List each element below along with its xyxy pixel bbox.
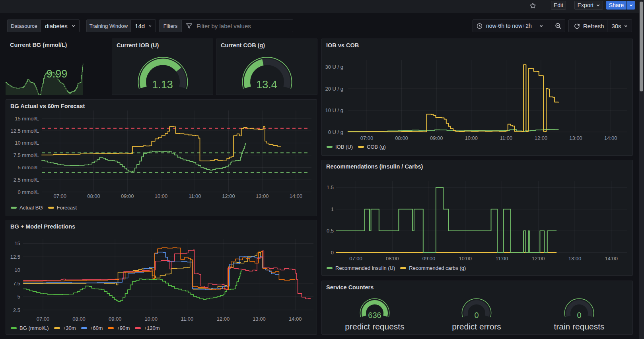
svg-text:0 mmol/L: 0 mmol/L [18, 189, 39, 195]
svg-text:11:00: 11:00 [500, 135, 513, 141]
svg-text:07:00: 07:00 [54, 193, 67, 199]
svg-text:12:00: 12:00 [217, 316, 230, 322]
svg-text:09:00: 09:00 [422, 256, 436, 262]
svg-text:13:00: 13:00 [256, 193, 269, 199]
svg-text:14:00: 14:00 [605, 256, 618, 262]
svg-text:15 mmol/L: 15 mmol/L [15, 116, 39, 122]
svg-text:13:00: 13:00 [569, 135, 582, 141]
svg-text:11:00: 11:00 [181, 316, 194, 322]
svg-text:08:00: 08:00 [87, 193, 100, 199]
svg-text:14:00: 14:00 [604, 135, 617, 141]
svg-text:2.5 mmol/L: 2.5 mmol/L [14, 177, 39, 183]
svg-text:08:00: 08:00 [395, 135, 408, 141]
svg-text:12:00: 12:00 [222, 193, 235, 199]
svg-text:0 U / g: 0 U / g [328, 129, 343, 135]
svg-text:10:00: 10:00 [145, 316, 158, 322]
svg-text:20 U / g: 20 U / g [325, 86, 343, 92]
svg-text:08:00: 08:00 [72, 316, 86, 322]
svg-text:10: 10 [15, 267, 20, 273]
svg-text:13:00: 13:00 [253, 316, 266, 322]
svg-text:09:00: 09:00 [430, 135, 443, 141]
svg-text:12:00: 12:00 [535, 135, 548, 141]
svg-text:07:00: 07:00 [349, 256, 362, 262]
svg-text:15: 15 [15, 240, 20, 246]
svg-text:2.5: 2.5 [13, 307, 20, 313]
svg-text:07:00: 07:00 [360, 135, 374, 141]
svg-text:10 U / g: 10 U / g [325, 107, 343, 113]
svg-text:08:00: 08:00 [386, 256, 399, 262]
svg-text:7.5 mmol/L: 7.5 mmol/L [14, 152, 39, 158]
svg-text:14:00: 14:00 [290, 193, 303, 199]
svg-text:12.5 mmol/L: 12.5 mmol/L [10, 128, 39, 134]
svg-text:11:00: 11:00 [496, 256, 508, 262]
svg-text:1.5: 1.5 [327, 184, 334, 190]
svg-text:5 mmol/L: 5 mmol/L [18, 165, 39, 170]
svg-text:12.5: 12.5 [10, 254, 20, 260]
svg-text:13:00: 13:00 [568, 256, 582, 262]
svg-text:10:00: 10:00 [459, 256, 472, 262]
svg-text:11:00: 11:00 [189, 193, 201, 199]
svg-text:7.5: 7.5 [13, 281, 20, 287]
svg-text:14:00: 14:00 [289, 316, 302, 322]
svg-text:09:00: 09:00 [109, 316, 122, 322]
svg-text:5: 5 [18, 294, 20, 300]
svg-text:1: 1 [331, 206, 334, 212]
svg-text:30 U / g: 30 U / g [325, 64, 343, 70]
svg-text:07:00: 07:00 [37, 316, 50, 322]
svg-text:12:00: 12:00 [532, 256, 545, 262]
svg-text:09:00: 09:00 [121, 193, 134, 199]
svg-text:10:00: 10:00 [155, 193, 168, 199]
svg-text:10 mmol/L: 10 mmol/L [15, 140, 39, 146]
svg-text:0: 0 [331, 250, 334, 256]
svg-text:0.5: 0.5 [327, 228, 334, 234]
svg-text:10:00: 10:00 [465, 135, 478, 141]
